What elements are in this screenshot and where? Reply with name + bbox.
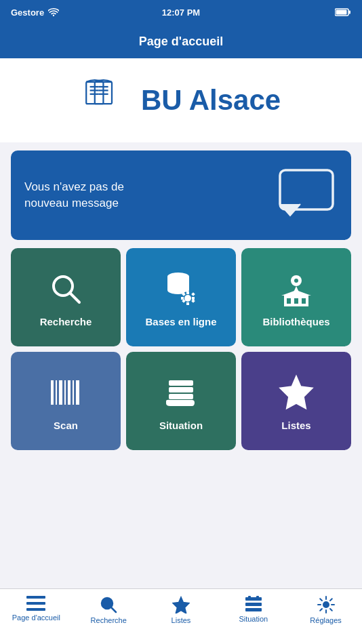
grid-item-situation[interactable]: Situation (126, 352, 236, 450)
svg-rect-52 (245, 603, 262, 606)
grid-item-scan[interactable]: Scan (11, 352, 121, 450)
scan-label: Scan (54, 420, 78, 431)
svg-rect-22 (186, 302, 189, 305)
status-bar: Gestore 12:07 PM (0, 0, 362, 24)
grid-container: Recherche Bases en ligne (11, 248, 351, 450)
svg-rect-48 (26, 608, 45, 611)
grid-item-bibliotheques[interactable]: Bibliothèques (241, 248, 351, 346)
svg-rect-53 (245, 608, 262, 611)
svg-rect-37 (56, 380, 57, 405)
message-banner: Vous n'avez pas denouveau message (11, 150, 351, 240)
tab-situation[interactable]: Situation (217, 596, 289, 623)
grid-item-bases[interactable]: Bases en ligne (126, 248, 236, 346)
page-title: Page d'accueil (139, 35, 223, 49)
tab-accueil-label: Page d'accueil (12, 613, 60, 622)
tab-listes-label: Listes (172, 616, 191, 624)
svg-rect-34 (302, 298, 306, 304)
tab-situation-label: Situation (239, 615, 268, 623)
svg-line-13 (70, 293, 79, 302)
svg-point-20 (184, 295, 191, 302)
tab-listes[interactable]: Listes (145, 596, 218, 624)
message-text: Vous n'avez pas denouveau message (24, 179, 124, 212)
carrier-label: Gestore (11, 7, 44, 18)
battery-icon (335, 8, 351, 16)
bases-label: Bases en ligne (145, 316, 216, 327)
tab-reglages-label: Réglages (310, 616, 341, 624)
logo-area: BU Alsace (0, 58, 362, 142)
tab-reglages[interactable]: Réglages (289, 596, 362, 624)
bibliotheques-label: Bibliothèques (262, 316, 329, 327)
svg-line-50 (111, 607, 116, 612)
situation-label: Situation (159, 420, 203, 431)
svg-rect-11 (280, 170, 333, 209)
svg-rect-42 (76, 380, 79, 405)
svg-rect-36 (51, 380, 54, 405)
svg-point-56 (323, 602, 329, 607)
tab-recherche[interactable]: Recherche (73, 596, 145, 624)
grid-item-listes[interactable]: Listes (241, 352, 351, 450)
recherche-label: Recherche (40, 316, 92, 327)
svg-rect-47 (26, 602, 45, 605)
svg-rect-33 (294, 298, 298, 304)
nav-header: Page d'accueil (0, 24, 362, 58)
svg-rect-40 (68, 380, 71, 405)
svg-rect-23 (181, 297, 184, 300)
svg-rect-41 (73, 380, 74, 405)
svg-rect-55 (256, 596, 259, 600)
listes-label: Listes (281, 420, 310, 431)
tab-accueil[interactable]: Page d'accueil (0, 596, 73, 622)
svg-point-30 (294, 279, 298, 283)
svg-rect-46 (26, 596, 45, 599)
svg-rect-39 (64, 380, 66, 405)
svg-rect-32 (287, 298, 291, 304)
wifi-icon (48, 8, 59, 16)
svg-rect-54 (248, 596, 251, 600)
svg-marker-35 (281, 290, 311, 296)
svg-rect-43 (169, 380, 193, 386)
status-time: 12:07 PM (162, 7, 200, 18)
tab-bar: Page d'accueil Recherche Listes Situatio… (0, 588, 362, 644)
svg-rect-45 (169, 394, 193, 399)
svg-rect-38 (59, 380, 62, 405)
grid-item-recherche[interactable]: Recherche (11, 248, 121, 346)
svg-rect-21 (186, 291, 189, 294)
app-name-label: BU Alsace (141, 84, 281, 117)
svg-rect-1 (349, 11, 351, 14)
svg-rect-44 (169, 387, 193, 393)
tab-recherche-label: Recherche (91, 616, 127, 624)
svg-rect-2 (336, 10, 347, 15)
message-icon (277, 167, 338, 224)
svg-rect-51 (245, 597, 262, 601)
bu-alsace-logo-icon (81, 75, 130, 126)
